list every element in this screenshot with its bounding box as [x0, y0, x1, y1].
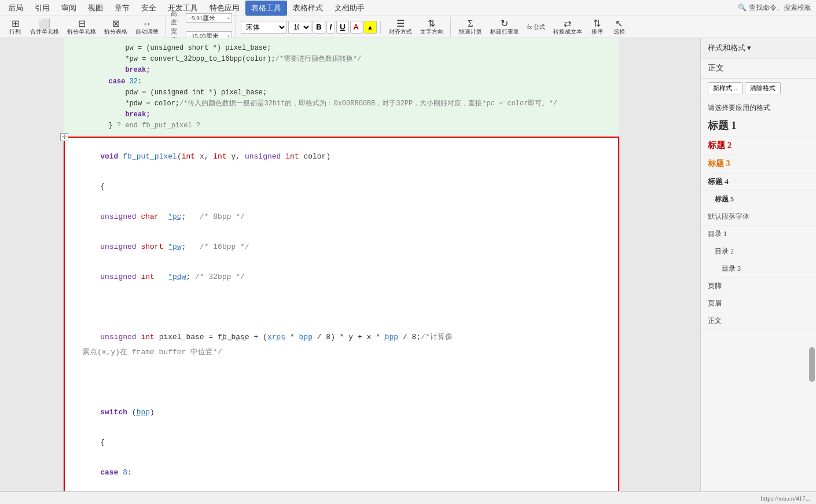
convert-icon: ⇄ [564, 19, 571, 28]
current-style-preview: 正文 [701, 58, 816, 79]
search-placeholder: 查找命令、搜索模板 [749, 3, 811, 13]
code-line-pixel-base-cont: 素点(x,y)在 frame buffer 中位置*/ [82, 345, 601, 360]
green-line-1: pw = (unsigned short *) pixel_base; [75, 43, 608, 54]
panel-footer-item[interactable]: 页脚 [701, 278, 816, 295]
code-line-int-decl: unsigned int *pdw; /* 32bpp */ [82, 270, 601, 285]
code-line-switch: switch (bpp) [82, 405, 601, 420]
select-label: 选择 [613, 28, 625, 35]
menu-item-anquan[interactable]: 安全 [135, 1, 162, 16]
code-content: void fb_put_pixel(int x, int y, unsigned… [82, 149, 601, 505]
code-line-blank1 [82, 164, 601, 179]
panel-body-item[interactable]: 正文 [701, 312, 816, 330]
split-table-button[interactable]: ⊠ 拆分表格 [101, 17, 131, 37]
font-name-select[interactable]: 宋体 [241, 21, 287, 34]
bold-button[interactable]: B [313, 21, 325, 34]
height-value: 9.91厘米 [192, 14, 226, 23]
code-line-open-brace1: { [82, 179, 601, 194]
menu-item-wendanghoushou[interactable]: 文档助手 [329, 1, 370, 16]
menu-search[interactable]: 🔍 查找命令、搜索模板 [738, 3, 814, 13]
menu-item-shenyue[interactable]: 审阅 [56, 1, 82, 16]
right-panel: 样式和格式 ▾ 正文 新样式... 清除格式 请选择要应用的格式 标题 1 标题… [700, 38, 816, 504]
menu-item-zhangjie[interactable]: 章节 [109, 1, 135, 16]
font-size-select[interactable]: 10 [288, 21, 311, 34]
repeat-icon: ↻ [501, 19, 508, 28]
style-item-h5[interactable]: 标题 5 [708, 191, 816, 208]
code-line-char-decl: unsigned char *pc; /* 8bpp */ [82, 209, 601, 225]
align-button[interactable]: ☰ 对齐方式 [385, 17, 416, 37]
direction-label: 文字方向 [420, 28, 443, 35]
convert-button[interactable]: ⇄ 转换成文本 [550, 17, 586, 37]
split-cell-button[interactable]: ⊟ 拆分单元格 [64, 17, 100, 37]
sort-icon: ⇅ [593, 19, 601, 28]
green-code-block: pw = (unsigned short *) pixel_base; *pw … [64, 38, 619, 137]
clear-format-button[interactable]: 清除格式 [745, 82, 781, 94]
code-line-pixel-base: unsigned int pixel_base = fb_base + (xre… [82, 330, 487, 345]
height-plus[interactable]: + [226, 15, 230, 21]
sort-button[interactable]: ⇅ 排序 [587, 17, 608, 37]
status-bar: https://xm.cn/417... [0, 491, 816, 504]
menu-item-houji[interactable]: 后局 [2, 1, 29, 16]
cell-move-handle[interactable]: ✛ [60, 133, 68, 141]
calc-label: 快速计算 [459, 28, 482, 35]
panel-actions: 新样式... 清除格式 [701, 79, 816, 98]
sort-label: 排序 [591, 28, 603, 35]
panel-title[interactable]: 样式和格式 ▾ [701, 38, 816, 58]
calc-button[interactable]: Σ 快速计算 [455, 17, 486, 37]
toolbar-font-group: 宋体 10 B I U A ▲ [241, 21, 381, 34]
style-item-h2[interactable]: 标题 2 [701, 137, 816, 155]
highlight-button[interactable]: ▲ [363, 21, 377, 34]
panel-header-item[interactable]: 页眉 [701, 295, 816, 312]
formula-button[interactable]: fx 公式 [524, 17, 549, 37]
style-item-h1[interactable]: 标题 1 [701, 115, 816, 137]
new-style-button[interactable]: 新样式... [708, 82, 743, 94]
merge-cell-button[interactable]: ⬜ 合并单元格 [27, 17, 63, 37]
style-item-toc2[interactable]: 目录 2 [708, 243, 816, 260]
height-value-box[interactable]: − 9.91厘米 + [186, 13, 232, 23]
green-line-4: case 32: [75, 76, 608, 87]
code-line-open-brace2: { [82, 435, 601, 450]
style-item-toc1[interactable]: 目录 1 [701, 226, 816, 243]
menu-item-shitu[interactable]: 视图 [82, 1, 109, 16]
code-line-blank12 [82, 450, 601, 465]
convert-label: 转换成文本 [553, 28, 582, 35]
auto-adjust-button[interactable]: ↔ 自动调整 [132, 17, 162, 37]
menu-item-biaogegongju[interactable]: 表格工具 [245, 1, 287, 16]
direction-button[interactable]: ⇅ 文字方向 [417, 17, 447, 37]
panel-scroll-area [701, 330, 816, 504]
font-color-button[interactable]: A [350, 21, 362, 34]
code-line-blank8 [82, 360, 601, 375]
auto-adjust-icon: ↔ [142, 19, 152, 28]
align-label: 对齐方式 [389, 28, 412, 35]
green-line-2: *pw = convert_32bpp_to_16bpp(color);/*需要… [75, 54, 608, 65]
height-minus[interactable]: − [188, 15, 192, 21]
code-line-blank5 [82, 285, 601, 300]
style-item-default-para[interactable]: 默认段落字体 [701, 208, 816, 226]
code-line-blank11 [82, 420, 601, 435]
toolbar-rowcol-group: ⊞ 行列 ⬜ 合并单元格 ⊟ 拆分单元格 ⊠ 拆分表格 ↔ 自动调整 [5, 17, 166, 37]
select-button[interactable]: ↖ 选择 [609, 17, 630, 37]
underline-button[interactable]: U [336, 21, 348, 34]
split-label: 拆分单元格 [67, 28, 96, 35]
italic-button[interactable]: I [326, 21, 336, 34]
split-table-label: 拆分表格 [104, 28, 127, 35]
menu-item-yinyong[interactable]: 引用 [29, 1, 56, 16]
green-line-8: } ? end fb_put_pixel ? [75, 120, 608, 131]
toolbar: ⊞ 行列 ⬜ 合并单元格 ⊟ 拆分单元格 ⊠ 拆分表格 ↔ 自动调整 高度: −… [0, 16, 816, 38]
style-item-h3[interactable]: 标题 3 [701, 155, 816, 173]
menu-item-biaogeyangshi[interactable]: 表格样式 [287, 1, 329, 16]
green-line-3: break; [75, 65, 608, 76]
green-line-5: pdw = (unsigned int *) pixel_base; [75, 87, 608, 98]
direction-icon: ⇅ [428, 19, 435, 28]
select-icon: ↖ [615, 19, 623, 28]
repeat-header-button[interactable]: ↻ 标题行重复 [487, 17, 523, 37]
main-layout: pw = (unsigned short *) pixel_base; *pw … [0, 38, 816, 504]
green-line-7: break; [75, 109, 608, 120]
panel-scrollbar-thumb[interactable] [809, 347, 815, 382]
code-line-case8: case 8: [82, 465, 601, 480]
table-cell-selected: ✛ void fb_put_pixel(int x, int y, unsign… [64, 137, 619, 505]
style-item-h4[interactable]: 标题 4 [701, 173, 816, 191]
style-item-toc3[interactable]: 目录 3 [715, 260, 816, 278]
split-table-icon: ⊠ [112, 19, 120, 28]
row-col-button[interactable]: ⊞ 行列 [5, 17, 25, 37]
auto-adjust-label: 自动调整 [135, 28, 159, 35]
